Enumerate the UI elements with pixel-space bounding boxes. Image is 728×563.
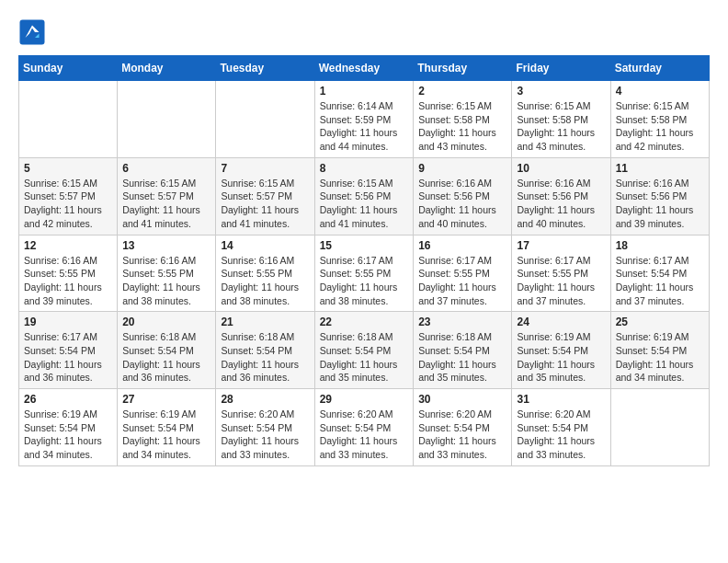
calendar-cell: 9Sunrise: 6:16 AM Sunset: 5:56 PM Daylig…	[414, 157, 512, 235]
day-info: Sunrise: 6:20 AM Sunset: 5:54 PM Dayligh…	[320, 408, 409, 462]
day-number: 11	[616, 162, 704, 175]
day-info: Sunrise: 6:19 AM Sunset: 5:54 PM Dayligh…	[616, 330, 704, 385]
day-number: 29	[320, 393, 409, 406]
calendar-week-row: 26Sunrise: 6:19 AM Sunset: 5:54 PM Dayli…	[19, 389, 710, 466]
calendar-cell: 12Sunrise: 6:16 AM Sunset: 5:55 PM Dayli…	[19, 235, 118, 312]
day-info: Sunrise: 6:16 AM Sunset: 5:55 PM Dayligh…	[122, 254, 210, 308]
day-info: Sunrise: 6:16 AM Sunset: 5:56 PM Dayligh…	[616, 177, 704, 231]
day-number: 31	[517, 393, 605, 406]
day-number: 14	[221, 239, 309, 252]
day-number: 13	[122, 239, 210, 252]
day-info: Sunrise: 6:19 AM Sunset: 5:54 PM Dayligh…	[517, 330, 605, 385]
day-number: 27	[122, 393, 210, 406]
calendar-cell	[19, 81, 118, 158]
calendar-cell: 21Sunrise: 6:18 AM Sunset: 5:54 PM Dayli…	[216, 312, 314, 389]
day-number: 20	[122, 316, 210, 328]
day-number: 9	[418, 162, 506, 175]
day-number: 15	[320, 239, 409, 252]
day-info: Sunrise: 6:18 AM Sunset: 5:54 PM Dayligh…	[418, 330, 506, 385]
day-info: Sunrise: 6:15 AM Sunset: 5:58 PM Dayligh…	[616, 99, 704, 154]
calendar-cell: 11Sunrise: 6:16 AM Sunset: 5:56 PM Dayli…	[610, 157, 709, 235]
calendar-cell	[216, 81, 314, 158]
day-info: Sunrise: 6:16 AM Sunset: 5:56 PM Dayligh…	[517, 177, 605, 231]
day-info: Sunrise: 6:16 AM Sunset: 5:55 PM Dayligh…	[24, 254, 112, 308]
day-number: 7	[221, 162, 309, 175]
day-info: Sunrise: 6:20 AM Sunset: 5:54 PM Dayligh…	[221, 408, 309, 462]
day-number: 28	[221, 393, 309, 406]
day-info: Sunrise: 6:17 AM Sunset: 5:55 PM Dayligh…	[320, 254, 409, 308]
day-number: 26	[24, 393, 112, 406]
calendar-cell: 31Sunrise: 6:20 AM Sunset: 5:54 PM Dayli…	[512, 389, 610, 466]
header-tuesday: Tuesday	[216, 56, 314, 81]
day-info: Sunrise: 6:20 AM Sunset: 5:54 PM Dayligh…	[517, 408, 605, 462]
day-number: 10	[517, 162, 605, 175]
calendar-week-row: 12Sunrise: 6:16 AM Sunset: 5:55 PM Dayli…	[19, 235, 710, 312]
day-number: 17	[517, 239, 605, 252]
calendar-cell: 6Sunrise: 6:15 AM Sunset: 5:57 PM Daylig…	[118, 157, 216, 235]
day-info: Sunrise: 6:15 AM Sunset: 5:58 PM Dayligh…	[517, 99, 605, 154]
page-header	[18, 18, 710, 46]
calendar-cell: 27Sunrise: 6:19 AM Sunset: 5:54 PM Dayli…	[118, 389, 216, 466]
header-wednesday: Wednesday	[314, 56, 414, 81]
day-number: 4	[616, 85, 704, 98]
day-info: Sunrise: 6:17 AM Sunset: 5:54 PM Dayligh…	[616, 254, 704, 308]
calendar-week-row: 19Sunrise: 6:17 AM Sunset: 5:54 PM Dayli…	[19, 312, 710, 389]
day-info: Sunrise: 6:14 AM Sunset: 5:59 PM Dayligh…	[320, 99, 409, 154]
calendar-cell: 5Sunrise: 6:15 AM Sunset: 5:57 PM Daylig…	[19, 157, 118, 235]
svg-rect-0	[20, 20, 45, 45]
calendar-cell: 15Sunrise: 6:17 AM Sunset: 5:55 PM Dayli…	[314, 235, 414, 312]
day-info: Sunrise: 6:15 AM Sunset: 5:57 PM Dayligh…	[24, 177, 112, 231]
calendar-cell: 4Sunrise: 6:15 AM Sunset: 5:58 PM Daylig…	[610, 81, 709, 158]
calendar-cell: 30Sunrise: 6:20 AM Sunset: 5:54 PM Dayli…	[414, 389, 512, 466]
header-saturday: Saturday	[610, 56, 709, 81]
day-info: Sunrise: 6:18 AM Sunset: 5:54 PM Dayligh…	[320, 330, 409, 385]
day-info: Sunrise: 6:17 AM Sunset: 5:54 PM Dayligh…	[24, 330, 112, 385]
calendar-cell: 10Sunrise: 6:16 AM Sunset: 5:56 PM Dayli…	[512, 157, 610, 235]
header-sunday: Sunday	[19, 56, 118, 81]
calendar-cell: 28Sunrise: 6:20 AM Sunset: 5:54 PM Dayli…	[216, 389, 314, 466]
calendar-cell: 8Sunrise: 6:15 AM Sunset: 5:56 PM Daylig…	[314, 157, 414, 235]
calendar-cell: 17Sunrise: 6:17 AM Sunset: 5:55 PM Dayli…	[512, 235, 610, 312]
calendar-cell: 3Sunrise: 6:15 AM Sunset: 5:58 PM Daylig…	[512, 81, 610, 158]
calendar-cell: 1Sunrise: 6:14 AM Sunset: 5:59 PM Daylig…	[314, 81, 414, 158]
calendar-cell: 13Sunrise: 6:16 AM Sunset: 5:55 PM Dayli…	[118, 235, 216, 312]
day-info: Sunrise: 6:19 AM Sunset: 5:54 PM Dayligh…	[122, 408, 210, 462]
calendar-cell: 26Sunrise: 6:19 AM Sunset: 5:54 PM Dayli…	[19, 389, 118, 466]
day-info: Sunrise: 6:18 AM Sunset: 5:54 PM Dayligh…	[221, 330, 309, 385]
calendar-cell: 7Sunrise: 6:15 AM Sunset: 5:57 PM Daylig…	[216, 157, 314, 235]
day-info: Sunrise: 6:15 AM Sunset: 5:57 PM Dayligh…	[122, 177, 210, 231]
day-info: Sunrise: 6:19 AM Sunset: 5:54 PM Dayligh…	[24, 408, 112, 462]
day-number: 12	[24, 239, 112, 252]
day-info: Sunrise: 6:18 AM Sunset: 5:54 PM Dayligh…	[122, 330, 210, 385]
calendar-cell: 23Sunrise: 6:18 AM Sunset: 5:54 PM Dayli…	[414, 312, 512, 389]
header-monday: Monday	[118, 56, 216, 81]
day-number: 23	[418, 316, 506, 328]
calendar-cell: 29Sunrise: 6:20 AM Sunset: 5:54 PM Dayli…	[314, 389, 414, 466]
day-info: Sunrise: 6:15 AM Sunset: 5:57 PM Dayligh…	[221, 177, 309, 231]
calendar-cell: 24Sunrise: 6:19 AM Sunset: 5:54 PM Dayli…	[512, 312, 610, 389]
calendar-cell	[610, 389, 709, 466]
day-number: 21	[221, 316, 309, 328]
calendar-week-row: 5Sunrise: 6:15 AM Sunset: 5:57 PM Daylig…	[19, 157, 710, 235]
day-number: 2	[418, 85, 506, 98]
day-info: Sunrise: 6:17 AM Sunset: 5:55 PM Dayligh…	[418, 254, 506, 308]
day-number: 30	[418, 393, 506, 406]
day-number: 8	[320, 162, 409, 175]
day-number: 1	[320, 85, 409, 98]
day-info: Sunrise: 6:17 AM Sunset: 5:55 PM Dayligh…	[517, 254, 605, 308]
calendar-header-row: SundayMondayTuesdayWednesdayThursdayFrid…	[19, 56, 710, 81]
day-info: Sunrise: 6:15 AM Sunset: 5:58 PM Dayligh…	[418, 99, 506, 154]
day-number: 24	[517, 316, 605, 328]
day-number: 5	[24, 162, 112, 175]
calendar-cell: 20Sunrise: 6:18 AM Sunset: 5:54 PM Dayli…	[118, 312, 216, 389]
header-friday: Friday	[512, 56, 610, 81]
calendar-cell: 14Sunrise: 6:16 AM Sunset: 5:55 PM Dayli…	[216, 235, 314, 312]
calendar-cell: 16Sunrise: 6:17 AM Sunset: 5:55 PM Dayli…	[414, 235, 512, 312]
calendar-cell: 18Sunrise: 6:17 AM Sunset: 5:54 PM Dayli…	[610, 235, 709, 312]
day-info: Sunrise: 6:15 AM Sunset: 5:56 PM Dayligh…	[320, 177, 409, 231]
header-thursday: Thursday	[414, 56, 512, 81]
day-info: Sunrise: 6:16 AM Sunset: 5:56 PM Dayligh…	[418, 177, 506, 231]
calendar-table: SundayMondayTuesdayWednesdayThursdayFrid…	[18, 55, 710, 466]
calendar-cell: 22Sunrise: 6:18 AM Sunset: 5:54 PM Dayli…	[314, 312, 414, 389]
calendar-cell: 2Sunrise: 6:15 AM Sunset: 5:58 PM Daylig…	[414, 81, 512, 158]
